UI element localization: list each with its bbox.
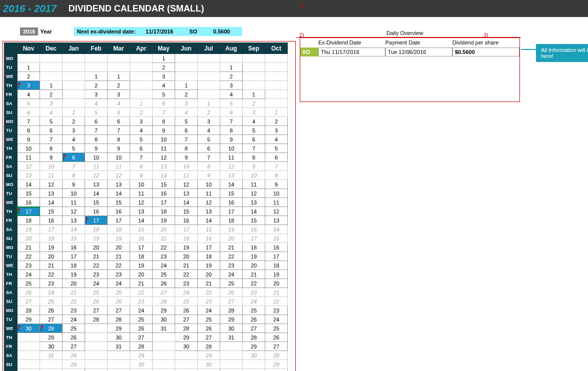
calendar-cell[interactable]: 9	[198, 171, 220, 180]
calendar-cell[interactable]: 23	[18, 261, 40, 270]
calendar-cell[interactable]: 7	[220, 117, 243, 126]
calendar-cell[interactable]: 21	[198, 279, 220, 288]
calendar-cell[interactable]: 3	[220, 81, 243, 90]
calendar-cell[interactable]: 11	[18, 153, 40, 162]
calendar-cell[interactable]: 19	[265, 270, 288, 279]
calendar-cell[interactable]: 20	[18, 234, 40, 243]
calendar-cell[interactable]: 10	[265, 189, 288, 198]
calendar-cell[interactable]: 19	[243, 252, 265, 261]
calendar-cell[interactable]: 8	[220, 126, 243, 135]
calendar-cell[interactable]: 24	[18, 270, 40, 279]
calendar-cell[interactable]: 1	[130, 99, 153, 108]
calendar-cell[interactable]: 17	[153, 198, 175, 207]
calendar-cell[interactable]: 19	[175, 243, 198, 252]
calendar-cell[interactable]: 9	[243, 162, 265, 171]
calendar-cell[interactable]: 2	[198, 108, 220, 117]
calendar-cell[interactable]: 24	[198, 306, 220, 315]
calendar-cell[interactable]: 3	[153, 72, 175, 81]
calendar-cell[interactable]: 2	[63, 117, 85, 126]
calendar-cell[interactable]: 19	[153, 216, 175, 225]
calendar-cell[interactable]: 22	[243, 279, 265, 288]
calendar-cell[interactable]: 23	[108, 270, 130, 279]
calendar-cell[interactable]: 10	[243, 171, 265, 180]
calendar-table[interactable]: NovDecJanFebMarAprMayJunJulAugSepOctMO1T…	[4, 42, 288, 371]
calendar-cell[interactable]: 11	[265, 198, 288, 207]
calendar-cell[interactable]: 17	[130, 243, 153, 252]
calendar-cell[interactable]: 5	[198, 135, 220, 144]
calendar-cell[interactable]: 3	[18, 81, 40, 90]
calendar-cell[interactable]: 14	[18, 180, 40, 189]
calendar-cell[interactable]: 14	[108, 189, 130, 198]
calendar-cell[interactable]: 1	[220, 63, 243, 72]
calendar-cell[interactable]: 26	[243, 315, 265, 324]
calendar-cell[interactable]: 18	[175, 234, 198, 243]
calendar-cell[interactable]: 10	[153, 135, 175, 144]
calendar-cell[interactable]: 30	[18, 324, 40, 333]
calendar-cell[interactable]: 26	[175, 306, 198, 315]
calendar-cell[interactable]: 25	[108, 288, 130, 297]
calendar-cell[interactable]: 12	[63, 207, 85, 216]
calendar-cell[interactable]: 24	[130, 306, 153, 315]
calendar-cell[interactable]: 2	[85, 81, 108, 90]
calendar-cell[interactable]: 5	[63, 144, 85, 153]
calendar-cell[interactable]: 28	[85, 315, 108, 324]
calendar-cell[interactable]: 13	[265, 216, 288, 225]
calendar-cell[interactable]: 4	[130, 126, 153, 135]
calendar-cell[interactable]: 5	[40, 117, 63, 126]
calendar-cell[interactable]: 28	[130, 342, 153, 351]
calendar-cell[interactable]: 28	[220, 306, 243, 315]
calendar-cell[interactable]: 9	[63, 180, 85, 189]
calendar-cell[interactable]: 22	[40, 270, 63, 279]
calendar-cell[interactable]: 10	[198, 180, 220, 189]
calendar-cell[interactable]: 27	[243, 324, 265, 333]
calendar-cell[interactable]: 25	[220, 279, 243, 288]
calendar-cell[interactable]: 5	[243, 126, 265, 135]
calendar-cell[interactable]: 11	[220, 153, 243, 162]
calendar-cell[interactable]: 22	[63, 297, 85, 306]
calendar-cell[interactable]: 29	[198, 351, 220, 360]
calendar-cell[interactable]: 15	[108, 198, 130, 207]
calendar-cell[interactable]: 20	[85, 243, 108, 252]
calendar-cell[interactable]: 21	[85, 252, 108, 261]
calendar-cell[interactable]: 8	[63, 171, 85, 180]
calendar-cell[interactable]: 6	[130, 144, 153, 153]
calendar-cell[interactable]: 30	[198, 360, 220, 369]
calendar-cell[interactable]: 22	[85, 261, 108, 270]
calendar-cell[interactable]: 15	[198, 225, 220, 234]
calendar-cell[interactable]: 31	[220, 333, 243, 342]
calendar-cell[interactable]: 12	[108, 171, 130, 180]
calendar-cell[interactable]: 5	[108, 108, 130, 117]
calendar-cell[interactable]: 14	[40, 198, 63, 207]
calendar-cell[interactable]: 17	[85, 216, 108, 225]
calendar-cell[interactable]: 3	[130, 117, 153, 126]
calendar-cell[interactable]: 19	[220, 225, 243, 234]
calendar-cell[interactable]: 11	[175, 171, 198, 180]
calendar-cell[interactable]: 7	[130, 153, 153, 162]
calendar-cell[interactable]: 20	[130, 270, 153, 279]
calendar-cell[interactable]: 15	[130, 225, 153, 234]
calendar-cell[interactable]: 17	[220, 207, 243, 216]
calendar-cell[interactable]: 23	[85, 270, 108, 279]
calendar-cell[interactable]: 29	[40, 333, 63, 342]
calendar-cell[interactable]: 23	[243, 288, 265, 297]
calendar-cell[interactable]: 25	[40, 297, 63, 306]
calendar-cell[interactable]: 19	[130, 261, 153, 270]
calendar-cell[interactable]: 3	[198, 117, 220, 126]
calendar-cell[interactable]: 25	[175, 297, 198, 306]
calendar-cell[interactable]: 26	[40, 306, 63, 315]
calendar-cell[interactable]: 4	[85, 99, 108, 108]
calendar-cell[interactable]: 8	[265, 171, 288, 180]
calendar-cell[interactable]: 25	[153, 270, 175, 279]
calendar-cell[interactable]: 7	[175, 135, 198, 144]
calendar-cell[interactable]: 14	[220, 180, 243, 189]
calendar-cell[interactable]: 13	[63, 216, 85, 225]
calendar-cell[interactable]: 13	[175, 189, 198, 198]
calendar-cell[interactable]: 30	[108, 333, 130, 342]
calendar-cell[interactable]: 6	[85, 117, 108, 126]
calendar-cell[interactable]: 22	[220, 252, 243, 261]
calendar-cell[interactable]: 31	[153, 324, 175, 333]
calendar-cell[interactable]: 13	[153, 162, 175, 171]
calendar-cell[interactable]: 22	[153, 243, 175, 252]
calendar-cell[interactable]: 10	[85, 153, 108, 162]
calendar-cell[interactable]: 29	[153, 306, 175, 315]
